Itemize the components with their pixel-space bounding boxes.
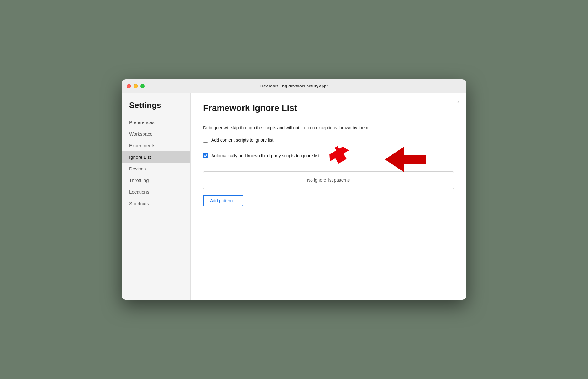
add-content-scripts-checkbox[interactable] xyxy=(203,138,208,143)
minimize-traffic-light[interactable] xyxy=(134,84,138,88)
red-arrow-annotation xyxy=(326,146,354,165)
maximize-traffic-light[interactable] xyxy=(140,84,145,88)
sidebar-item-ignore-list[interactable]: Ignore List xyxy=(122,151,190,163)
window-content: Settings Preferences Workspace Experimen… xyxy=(122,93,466,300)
sidebar-item-experiments[interactable]: Experiments xyxy=(122,140,190,151)
sidebar-item-devices[interactable]: Devices xyxy=(122,163,190,174)
sidebar-item-shortcuts[interactable]: Shortcuts xyxy=(122,198,190,209)
svg-marker-1 xyxy=(385,147,426,172)
close-traffic-light[interactable] xyxy=(127,84,131,88)
close-button[interactable]: × xyxy=(457,99,460,105)
main-content: × Framework Ignore List Debugger will sk… xyxy=(191,93,466,300)
add-pattern-button[interactable]: Add pattern... xyxy=(203,195,243,206)
traffic-lights xyxy=(127,84,145,88)
ignore-list-box: No ignore list patterns xyxy=(203,171,454,189)
titlebar-title: DevTools - ng-devtools.netlify.app/ xyxy=(260,84,328,88)
sidebar-item-locations[interactable]: Locations xyxy=(122,186,190,198)
sidebar-heading: Settings xyxy=(122,101,190,117)
section-divider xyxy=(203,118,454,118)
sidebar-item-throttling[interactable]: Throttling xyxy=(122,174,190,186)
add-content-scripts-label: Add content scripts to ignore list xyxy=(211,138,273,143)
svg-marker-0 xyxy=(326,146,352,165)
red-arrow-svg xyxy=(385,147,426,172)
titlebar: DevTools - ng-devtools.netlify.app/ xyxy=(122,79,466,93)
window: DevTools - ng-devtools.netlify.app/ Sett… xyxy=(122,79,466,300)
sidebar-item-workspace[interactable]: Workspace xyxy=(122,128,190,140)
checkbox-row-1: Add content scripts to ignore list xyxy=(203,138,454,143)
sidebar-item-preferences[interactable]: Preferences xyxy=(122,117,190,128)
auto-add-third-party-checkbox[interactable] xyxy=(203,153,208,158)
sidebar: Settings Preferences Workspace Experimen… xyxy=(122,93,191,300)
auto-add-third-party-label: Automatically add known third-party scri… xyxy=(211,153,319,158)
ignore-list-empty-text: No ignore list patterns xyxy=(307,178,350,183)
description-text: Debugger will skip through the scripts a… xyxy=(203,125,454,131)
page-title: Framework Ignore List xyxy=(203,103,454,113)
